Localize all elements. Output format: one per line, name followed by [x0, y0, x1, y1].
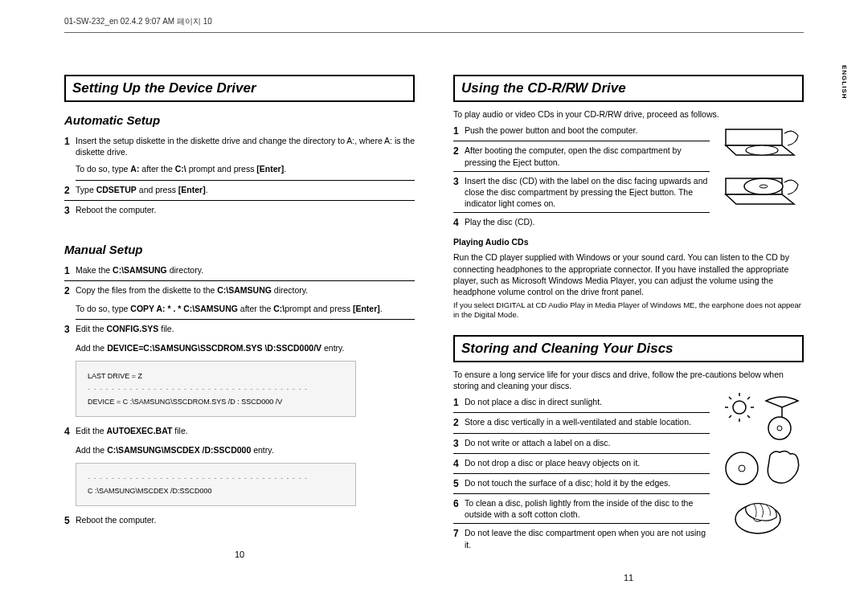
step-number: 1	[453, 125, 465, 137]
step-number: 1	[64, 135, 76, 157]
step-text: Do not drop a disc or place heavy object…	[465, 457, 710, 470]
svg-point-20	[739, 465, 745, 472]
step-text: Do not place a disc in direct sunlight.	[465, 396, 710, 409]
store-intro: To ensure a long service life for your d…	[453, 367, 804, 393]
svg-line-13	[747, 415, 750, 418]
hold-disc-illustration	[719, 446, 804, 490]
svg-point-2	[746, 145, 778, 155]
drive-open-illustration	[719, 121, 804, 166]
step-number: 3	[453, 175, 465, 210]
code-box-autoexec: - - - - - - - - - - - - - - - - - - - - …	[76, 463, 356, 506]
subheading-playing-audio: Playing Audio CDs	[453, 237, 804, 247]
step-number: 2	[64, 284, 76, 297]
left-column: Setting Up the Device Driver Automatic S…	[64, 65, 415, 582]
step-text: Reboot the computer.	[76, 204, 415, 217]
clean-disc-illustration	[719, 495, 804, 539]
doc-header: 01-SW-232_en 02.4.2 9:07 AM 페이지 10	[64, 16, 804, 33]
language-tab: ENGLISH	[841, 65, 848, 100]
step-text: Edit the CONFIG.SYS file.	[76, 323, 415, 336]
audio-paragraph: Run the CD player supplied with Windows …	[453, 250, 804, 299]
step-text: Play the disc (CD).	[465, 216, 710, 229]
drive-insert-illustration	[719, 170, 804, 215]
page-number-right: 11	[453, 573, 804, 582]
step-number: 3	[453, 437, 465, 450]
code-box-config-sys: LAST DRIVE = Z - - - - - - - - - - - - -…	[76, 361, 356, 418]
step-number: 1	[64, 264, 76, 277]
svg-point-6	[760, 185, 768, 188]
step-text: To clean a disc, polish lightly from the…	[465, 497, 710, 520]
intro-text: To play audio or video CDs in your CD-R/…	[453, 107, 804, 121]
svg-line-14	[747, 397, 750, 399]
step-number: 2	[453, 145, 465, 167]
audio-note: If you select DIGITAL at CD Audio Play i…	[453, 299, 804, 325]
step-text: Make the C:\SAMSUNG directory.	[76, 264, 415, 277]
svg-line-15	[729, 415, 731, 418]
step-number: 2	[453, 416, 465, 429]
section-title-storing-cleaning: Storing and Cleaning Your Discs	[453, 335, 804, 362]
step-subtext: Add the C:\SAMSUNG\MSCDEX /D:SSCD000 ent…	[76, 442, 415, 458]
step-number: 7	[453, 527, 465, 550]
step-number: 4	[64, 425, 76, 438]
step-text: Do not touch the surface of a disc; hold…	[465, 477, 710, 490]
step-text: Reboot the computer.	[76, 514, 415, 527]
step-number: 1	[453, 396, 465, 409]
step-text: Insert the disc (CD) with the label on t…	[465, 175, 710, 210]
step-text: Type CDSETUP and press [Enter].	[76, 184, 415, 197]
step-number: 3	[64, 204, 76, 217]
step-text: Store a disc vertically in a well-ventil…	[465, 416, 710, 429]
step-number: 6	[453, 497, 465, 520]
step-text: Push the power button and boot the compu…	[465, 125, 710, 137]
svg-marker-4	[726, 194, 794, 204]
step-text: Do not write or attach a label on a disc…	[465, 437, 710, 450]
step-number: 4	[453, 216, 465, 229]
svg-rect-0	[726, 129, 782, 145]
step-text: Do not leave the disc compartment open w…	[465, 527, 710, 550]
right-column: ENGLISH Using the CD-R/RW Drive To play …	[453, 65, 804, 582]
step-number: 4	[453, 457, 465, 470]
svg-point-7	[733, 401, 746, 414]
svg-line-12	[729, 397, 731, 399]
step-text: Edit the AUTOEXEC.BAT file.	[76, 425, 415, 438]
subheading-manual-setup: Manual Setup	[64, 243, 415, 256]
page-number-left: 10	[64, 550, 415, 559]
section-title-using-drive: Using the CD-R/RW Drive	[453, 75, 804, 102]
svg-point-18	[777, 426, 782, 431]
step-number: 3	[64, 323, 76, 336]
step-subtext: Add the DEVICE=C:\SAMSUNG\SSCDROM.SYS \D…	[76, 340, 415, 356]
subheading-automatic-setup: Automatic Setup	[64, 113, 415, 127]
step-text: After booting the computer, open the dis…	[465, 145, 710, 167]
step-text: Copy the files from the diskette to the …	[76, 284, 415, 297]
section-title-device-driver: Setting Up the Device Driver	[64, 75, 415, 102]
step-number: 5	[453, 477, 465, 490]
step-subtext: To do so, type COPY A: * . * C:\SAMSUNG …	[76, 300, 415, 320]
sunlight-illustration	[719, 393, 804, 441]
step-number: 2	[64, 184, 76, 197]
step-number: 5	[64, 514, 76, 527]
step-subtext: To do so, type A: after the C:\ prompt a…	[76, 161, 415, 180]
step-text: Insert the setup diskette in the diskett…	[76, 135, 415, 157]
